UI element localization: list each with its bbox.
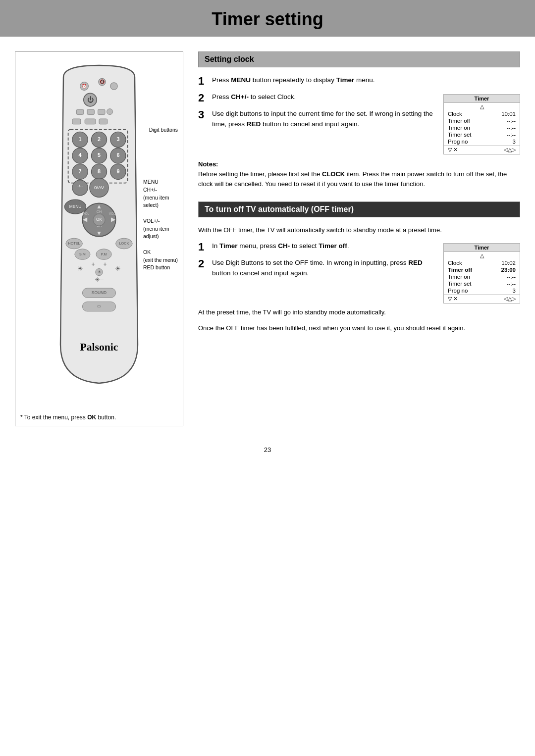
svg-text:LOCK: LOCK — [119, 241, 129, 246]
svg-text:CH: CH — [97, 209, 102, 214]
svg-text:+: + — [103, 261, 107, 268]
svg-rect-8 — [87, 109, 94, 115]
svg-text:P.M: P.M — [101, 252, 107, 256]
svg-text:1: 1 — [79, 136, 82, 142]
menu-label: MENU CH+/- (menu item select) VOL+/- (me… — [143, 178, 178, 272]
svg-text:OK: OK — [96, 217, 103, 222]
remote-wrapper: ⏰ 🔇 ⏻ 1 — [20, 59, 178, 404]
svg-text:6: 6 — [116, 152, 119, 158]
off-timer-outro1: At the preset time, the TV will go into … — [198, 307, 520, 317]
svg-rect-13 — [99, 119, 107, 124]
svg-text:9: 9 — [116, 168, 119, 174]
notes-section: Notes: Before setting the timer, please … — [198, 159, 520, 189]
svg-text:HOTEL: HOTEL — [68, 241, 80, 246]
svg-text:8: 8 — [98, 168, 101, 174]
svg-text:5: 5 — [98, 152, 101, 158]
svg-text:3: 3 — [116, 136, 119, 142]
off-timer-step-1: 1 In Timer menu, press CH- to select Tim… — [198, 241, 433, 253]
page-number: 23 — [0, 446, 535, 463]
svg-rect-11 — [72, 119, 81, 124]
off-timer-header: To turn off TV automatically (OFF timer) — [198, 202, 520, 217]
timer-box-2: Timer △ Clock 10:02 Timer off 23:00 Time… — [443, 243, 520, 303]
svg-text:+: + — [91, 261, 95, 268]
svg-text:-/--: -/-- — [77, 184, 83, 189]
svg-text:▼: ▼ — [96, 230, 102, 237]
svg-text:MENU: MENU — [69, 204, 82, 209]
svg-text:⏰: ⏰ — [82, 84, 87, 89]
right-col: Setting clock 1 Press MENU button repeat… — [198, 51, 520, 426]
svg-text:0/AV: 0/AV — [94, 185, 105, 190]
off-timer-intro: With the OFF timer, the TV will automati… — [198, 225, 520, 235]
step-3: 3 Use digit buttons to input the current… — [198, 109, 433, 130]
off-timer-outro2: Once the OFF timer has been fulfilled, n… — [198, 323, 520, 333]
svg-point-10 — [107, 109, 113, 115]
svg-text:SOUND: SOUND — [92, 290, 107, 295]
svg-point-4 — [110, 83, 117, 90]
timer-box-1: Timer △ Clock 10:01 Timer off --:-- Time… — [443, 94, 520, 154]
svg-text:Palsonic: Palsonic — [80, 341, 118, 353]
svg-text:☀: ☀ — [115, 265, 121, 272]
svg-text:▶: ▶ — [111, 216, 116, 223]
svg-rect-9 — [98, 109, 105, 115]
digit-buttons-label: Digit buttons — [149, 126, 178, 134]
svg-rect-7 — [76, 109, 83, 115]
svg-text:◀: ◀ — [83, 216, 88, 223]
svg-text:☀: ☀ — [98, 269, 101, 274]
left-panel: ⏰ 🔇 ⏻ 1 — [15, 51, 183, 426]
svg-text:⏻: ⏻ — [87, 96, 94, 103]
page-title-bar: Timer setting — [0, 0, 535, 37]
svg-rect-12 — [85, 119, 96, 124]
svg-text:☀–: ☀– — [95, 276, 104, 283]
step-1: 1 Press MENU button repeatedly to displa… — [198, 75, 520, 87]
annot-digit: Digit buttons — [149, 126, 178, 134]
off-timer-section: To turn off TV automatically (OFF timer)… — [198, 202, 520, 333]
svg-text:S.M: S.M — [79, 252, 86, 256]
page-title: Timer setting — [0, 9, 535, 30]
svg-text:4: 4 — [79, 152, 82, 158]
svg-text:VOL: VOL — [109, 212, 116, 215]
setting-clock-header: Setting clock — [198, 51, 520, 67]
footer-note: * To exit the menu, press OK button. — [20, 410, 178, 421]
remote-svg: ⏰ 🔇 ⏻ 1 — [40, 59, 159, 404]
svg-text:🔇: 🔇 — [100, 79, 105, 85]
step-2: 2 Press CH+/- to select Clock. — [198, 92, 433, 104]
svg-text:7: 7 — [79, 168, 82, 174]
svg-text:VOL: VOL — [83, 212, 90, 215]
svg-text:☀: ☀ — [77, 265, 83, 272]
off-timer-step-2: 2 Use Digit Buttons to set the OFF time.… — [198, 258, 433, 279]
svg-text:2: 2 — [98, 136, 101, 142]
svg-text:▭: ▭ — [97, 303, 101, 308]
